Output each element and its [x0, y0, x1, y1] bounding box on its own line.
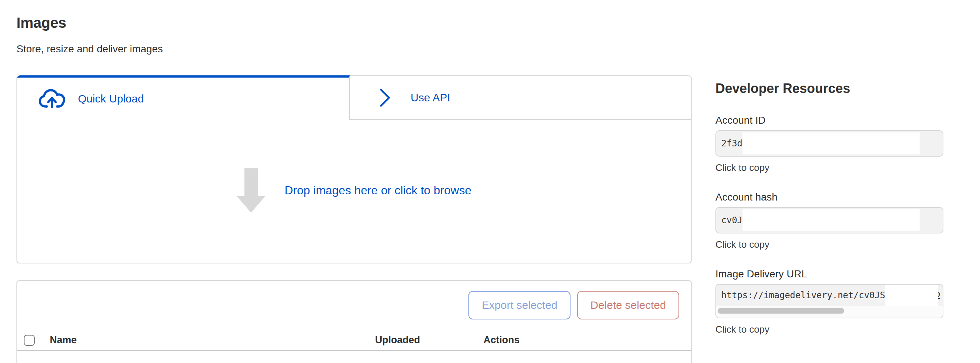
redaction-overlay	[743, 209, 920, 231]
arrow-down-icon	[237, 168, 266, 213]
tab-bar: Quick Upload Use API	[17, 75, 691, 120]
chevron-right-icon	[380, 88, 390, 108]
account-id-label: Account ID	[716, 115, 943, 126]
redaction-overlay	[885, 285, 938, 306]
page-title: Images	[16, 14, 692, 31]
tab-use-api-label: Use API	[410, 91, 450, 104]
select-all-checkbox[interactable]	[24, 335, 35, 346]
select-all-cell	[24, 335, 50, 346]
account-id-copy-field[interactable]: 2f3d	[716, 130, 943, 157]
column-header-actions: Actions	[484, 334, 691, 346]
account-hash-label: Account hash	[716, 192, 943, 203]
tab-quick-upload[interactable]: Quick Upload	[17, 75, 350, 120]
main-column: Images Store, resize and deliver images …	[16, 0, 692, 363]
image-delivery-url-copy-field[interactable]: https://imagedelivery.net/cv0JSj 2	[716, 284, 943, 318]
account-id-value: 2f3d	[721, 139, 743, 148]
table-body	[17, 351, 691, 363]
url-scrollbar-thumb[interactable]	[718, 308, 844, 314]
redaction-overlay	[743, 132, 920, 154]
tab-quick-upload-label: Quick Upload	[78, 92, 144, 105]
account-hash-copy-field[interactable]: cv0J	[716, 207, 943, 234]
table-header-row: Name Uploaded Actions	[17, 330, 691, 351]
image-delivery-url-label: Image Delivery URL	[716, 269, 943, 280]
tab-use-api[interactable]: Use API	[350, 75, 691, 120]
image-delivery-url-value: https://imagedelivery.net/cv0JSj	[721, 290, 890, 301]
page: Images Store, resize and deliver images …	[0, 0, 980, 363]
image-dropzone[interactable]: Drop images here or click to browse	[17, 120, 691, 261]
dropzone-label: Drop images here or click to browse	[285, 184, 471, 197]
column-header-name: Name	[50, 334, 375, 346]
column-header-uploaded: Uploaded	[375, 334, 484, 346]
image-delivery-url-value-row: https://imagedelivery.net/cv0JSj 2	[716, 285, 943, 306]
cloud-upload-icon	[39, 89, 65, 109]
sidebar-title: Developer Resources	[716, 81, 943, 96]
upload-panel: Quick Upload Use API Drop images here or…	[16, 75, 692, 263]
delete-selected-button[interactable]: Delete selected	[577, 291, 679, 320]
page-subtitle: Store, resize and deliver images	[16, 43, 692, 55]
account-id-copy-hint: Click to copy	[716, 162, 943, 173]
account-hash-copy-hint: Click to copy	[716, 239, 943, 250]
developer-resources-panel: Developer Resources Account ID 2f3d Clic…	[716, 0, 943, 363]
export-selected-button[interactable]: Export selected	[468, 291, 571, 320]
image-delivery-url-copy-hint: Click to copy	[716, 324, 943, 334]
url-horizontal-scrollbar	[716, 306, 943, 318]
images-table-card: Export selected Delete selected Name Upl…	[16, 280, 692, 363]
account-hash-value: cv0J	[721, 215, 743, 225]
table-toolbar: Export selected Delete selected	[17, 281, 691, 320]
